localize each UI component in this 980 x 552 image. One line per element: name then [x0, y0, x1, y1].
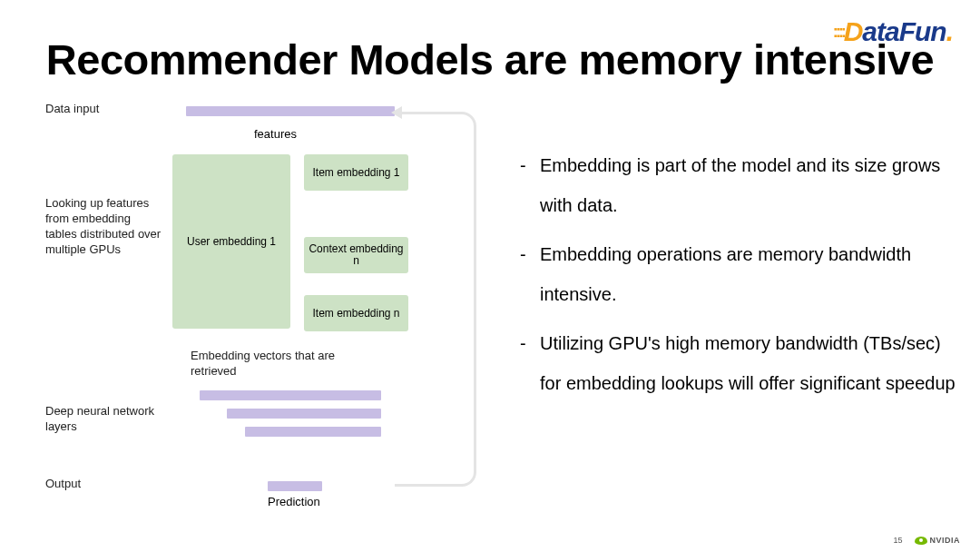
label-retrieved: Embedding vectors that are retrieved: [191, 349, 354, 380]
bullet-list: Embedding is part of the model and its s…: [513, 145, 957, 412]
slide-footer: 15 NVIDIA: [893, 536, 960, 545]
slide-title: Recommender Models are memory intensive: [0, 34, 980, 84]
nvidia-text: NVIDIA: [929, 536, 960, 545]
nvidia-eye-icon: [915, 537, 927, 545]
nvidia-logo: NVIDIA: [915, 536, 960, 545]
box-context-embedding-n: Context embedding n: [304, 237, 408, 273]
bar-data-input: [186, 106, 395, 116]
feedback-arrow-icon: [395, 106, 485, 492]
label-features: features: [254, 127, 297, 141]
bar-output: [268, 481, 322, 491]
label-output: Output: [45, 477, 81, 492]
bar-dnn-layer-3: [245, 427, 381, 437]
architecture-diagram: Data input Looking up features from embe…: [45, 100, 508, 508]
label-lookup: Looking up features from embedding table…: [45, 196, 163, 258]
bullet-item: Embedding is part of the model and its s…: [513, 145, 957, 225]
slide: ::::DataFun. Recommender Models are memo…: [0, 0, 980, 552]
label-prediction: Prediction: [268, 495, 320, 508]
label-data-input: Data input: [45, 102, 99, 117]
box-user-embedding: User embedding 1: [172, 154, 290, 329]
box-item-embedding-1: Item embedding 1: [304, 154, 408, 191]
bar-dnn-layer-2: [227, 409, 381, 419]
bullet-item: Utilizing GPU's high memory bandwidth (T…: [513, 323, 957, 403]
page-number: 15: [893, 536, 902, 545]
label-dnn: Deep neural network layers: [45, 404, 163, 435]
box-item-embedding-n: Item embedding n: [304, 295, 408, 331]
bullet-item: Embedding operations are memory bandwidt…: [513, 234, 957, 314]
bar-dnn-layer-1: [200, 390, 381, 400]
